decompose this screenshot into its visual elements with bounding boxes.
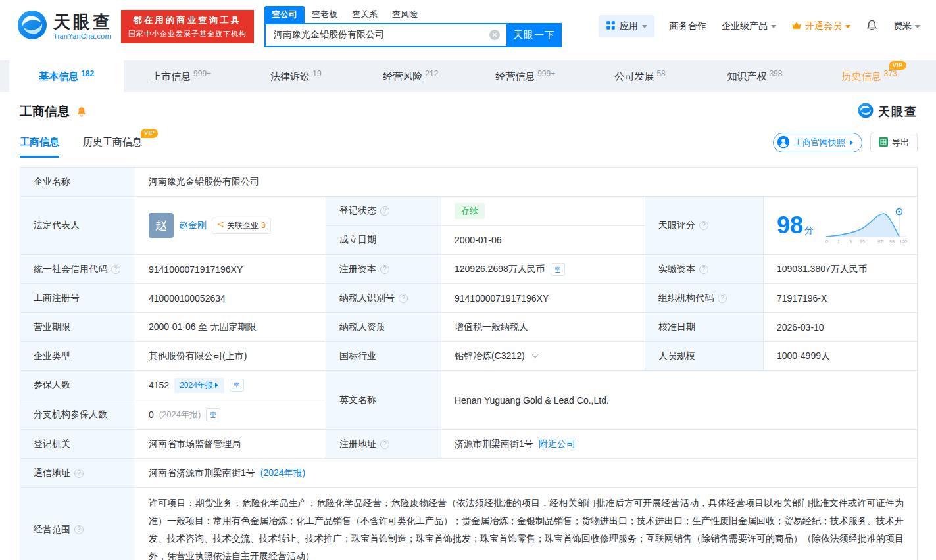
annual-report-note: (2024年报) xyxy=(159,409,201,421)
help-icon[interactable] xyxy=(380,265,389,274)
taxpayer-id-value: 9141000071917196XY xyxy=(441,284,645,312)
english-name-value: Henan Yuguang Gold & Lead Co.,Ltd. xyxy=(441,371,917,429)
row-insured-english: 参保人数 4152 2024年报 分支机构参保人数 0 (2024年报) xyxy=(20,371,917,430)
establish-date-value: 2000-01-06 xyxy=(441,226,645,255)
vip-upgrade-label: 开通会员 xyxy=(805,20,842,32)
slogan-line1: 都在用的商业查询工具 xyxy=(128,14,247,26)
insured-compare-icon[interactable] xyxy=(230,379,244,392)
snapshot-label: 工商官网快照 xyxy=(794,137,845,149)
search-tab-boss[interactable]: 查老板 xyxy=(305,6,345,23)
row-company-name: 企业名称 河南豫光金铅股份有限公司 xyxy=(20,168,917,197)
official-snapshot-button[interactable]: 工商官网快照 xyxy=(773,133,862,152)
svg-text:99: 99 xyxy=(889,239,895,244)
status-badge: 存续 xyxy=(455,203,485,219)
alarm-bell-icon[interactable] xyxy=(76,106,87,118)
help-icon[interactable] xyxy=(380,206,389,216)
notifications-bell[interactable] xyxy=(866,19,878,34)
subtab-history-business-info[interactable]: VIP 历史工商信息 xyxy=(83,136,142,158)
enterprise-products-menu[interactable]: 企业级产品 xyxy=(722,20,776,32)
username-label: 费米 xyxy=(893,20,912,32)
apps-menu[interactable]: 应用 xyxy=(599,15,654,37)
chevron-down-icon xyxy=(642,25,647,31)
industry-value: 铅锌冶炼(C3212) xyxy=(441,342,645,370)
mail-address-label: 通信地址 xyxy=(20,459,135,487)
score-distribution-chart: 0 1 3 15 97 99 100 xyxy=(824,206,909,245)
approve-date-value: 2026-03-10 xyxy=(764,313,917,341)
mail-address-value: 河南省济源市荆梁南街1号 (2024年报) xyxy=(135,459,917,487)
tianyancha-logo[interactable]: 天眼查 TianYanCha.com xyxy=(17,10,112,43)
branch-insured-value: 0 (2024年报) xyxy=(135,400,326,429)
row-business-scope: 经营范围 许可项目：期货业务；危险化学品生产；危险化学品经营；危险废物经营（依法… xyxy=(20,488,917,560)
top-header: 天眼查 TianYanCha.com 都在用的商业查询工具 国家中小企业发展子基… xyxy=(0,0,936,53)
section-watermark-logo: 天眼查 xyxy=(858,103,918,121)
help-icon[interactable] xyxy=(111,265,120,274)
person-avatar-icon xyxy=(777,135,790,151)
business-cooperation-label: 商务合作 xyxy=(670,20,706,32)
search-input[interactable] xyxy=(264,23,506,47)
score-cell: 98分 0 1 3 15 97 99 100 xyxy=(764,197,917,254)
search-area: 查公司 查老板 查关系 查风险 天眼一下 xyxy=(264,6,562,47)
svg-text:100: 100 xyxy=(899,239,907,244)
nearby-companies-link[interactable]: 附近公司 xyxy=(539,438,576,450)
help-icon[interactable] xyxy=(74,469,84,478)
brand-name: 天眼查 xyxy=(53,13,112,30)
search-tab-company[interactable]: 查公司 xyxy=(264,6,305,23)
search-button[interactable]: 天眼一下 xyxy=(506,23,562,47)
search-tab-relation[interactable]: 查关系 xyxy=(345,6,385,23)
tab-basic-info[interactable]: 基本信息182 xyxy=(9,60,124,92)
establish-date-label: 成立日期 xyxy=(326,226,441,255)
tab-company-development[interactable]: 公司发展58 xyxy=(583,60,697,92)
subtab-business-info[interactable]: 工商信息 xyxy=(20,136,59,158)
reg-number-value: 410000100052634 xyxy=(135,284,326,312)
related-companies-tag[interactable]: 关联企业 3 xyxy=(212,218,271,234)
company-type-value: 其他股份有限公司(上市) xyxy=(135,342,326,370)
vip-upgrade-menu[interactable]: 开通会员 xyxy=(791,20,850,32)
tab-operating-risk[interactable]: 经营风险212 xyxy=(353,60,468,92)
chevron-down-icon xyxy=(771,25,776,31)
company-name-label: 企业名称 xyxy=(20,168,135,196)
row-mail-address: 通信地址 河南省济源市荆梁南街1号 (2024年报) xyxy=(20,459,917,488)
legal-rep-name-link[interactable]: 赵金刚 xyxy=(179,220,207,231)
export-label: 导出 xyxy=(892,137,909,149)
annual-report-link[interactable]: (2024年报) xyxy=(260,467,305,479)
search-tabs: 查公司 查老板 查关系 查风险 xyxy=(264,6,562,23)
search-tab-risk[interactable]: 查风险 xyxy=(385,6,425,23)
reg-authority-label: 登记机关 xyxy=(20,430,135,458)
legal-rep-avatar[interactable]: 赵 xyxy=(149,213,174,238)
tab-operating-info[interactable]: 经营信息999+ xyxy=(468,60,583,92)
clear-icon[interactable] xyxy=(489,30,500,40)
enterprise-products-label: 企业级产品 xyxy=(722,20,768,32)
user-menu[interactable]: 费米 xyxy=(893,20,920,32)
approve-date-label: 核准日期 xyxy=(645,313,764,341)
legal-rep-label: 法定代表人 xyxy=(20,197,135,254)
english-name-label: 英文名称 xyxy=(326,371,441,429)
help-icon[interactable] xyxy=(699,221,708,230)
taxpayer-id-label: 纳税人识别号 xyxy=(326,284,441,312)
export-button[interactable]: 导出 xyxy=(870,133,918,152)
tab-listing-info[interactable]: 上市信息999+ xyxy=(124,60,238,92)
insured-count-label: 参保人数 xyxy=(20,371,135,400)
tab-history-info[interactable]: VIP 历史信息373 xyxy=(812,60,927,92)
help-icon[interactable] xyxy=(718,294,727,303)
help-icon[interactable] xyxy=(74,525,84,534)
chevron-down-icon[interactable] xyxy=(531,352,538,358)
row-legal-rep: 法定代表人 赵 赵金刚 关联企业 3 登记状态 存续 成立 xyxy=(20,197,917,255)
branch-insured-compare-icon[interactable] xyxy=(206,408,220,421)
industry-label: 国标行业 xyxy=(326,342,441,370)
help-icon[interactable] xyxy=(380,440,389,449)
brand-slogan: 都在用的商业查询工具 国家中小企业发展子基金旗下机构 xyxy=(121,10,254,43)
business-cooperation-link[interactable]: 商务合作 xyxy=(670,20,706,32)
tab-intellectual-property[interactable]: 知识产权398 xyxy=(697,60,812,92)
chevron-down-icon xyxy=(915,25,920,31)
help-icon[interactable] xyxy=(699,265,708,274)
bell-icon xyxy=(866,19,878,34)
reg-address-value: 济源市荆梁南街1号 附近公司 xyxy=(441,430,917,458)
reg-status-label: 登记状态 xyxy=(326,197,441,225)
capital-compare-icon[interactable] xyxy=(551,263,565,276)
legal-rep-value: 赵 赵金刚 关联企业 3 xyxy=(135,197,326,254)
help-icon[interactable] xyxy=(399,294,408,303)
annual-report-badge[interactable]: 2024年报 xyxy=(174,378,224,393)
tab-legal-proceedings[interactable]: 法律诉讼19 xyxy=(239,60,353,92)
tianyancha-logo-icon xyxy=(858,103,874,121)
svg-text:15: 15 xyxy=(860,239,865,244)
